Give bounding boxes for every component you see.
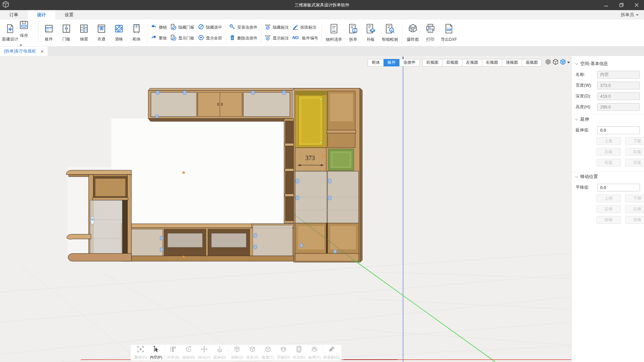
new-design-icon (5, 24, 15, 35)
print-icon (425, 23, 436, 35)
insert-cabinet-button[interactable]: 柜体 (128, 22, 145, 43)
depth-field[interactable] (597, 92, 640, 100)
move-down-button[interactable]: 下移 (625, 194, 644, 202)
insert-door-button[interactable]: 门板 (58, 22, 75, 43)
face-dimension-button[interactable]: 面面标注 (292, 24, 318, 31)
mode-connector-button[interactable]: 连接件 (399, 59, 420, 66)
insert-wine-rack-button[interactable]: 酒格 (110, 22, 128, 43)
panel-number-button[interactable]: NO. 板件编号 (292, 34, 318, 42)
document-tab[interactable]: [拆单]客厅电视柜 × (0, 47, 48, 56)
transparent-cube-icon[interactable] (560, 59, 566, 66)
title-bar: 三维家板式家具设计拆单软件 (0, 0, 644, 10)
board-thickness-tool[interactable]: 板厚(Y) (307, 345, 322, 360)
extend-value-field[interactable] (597, 126, 640, 134)
cube-style-dropdown-icon[interactable] (567, 62, 570, 63)
restore-tool[interactable]: 恢复(T) (260, 345, 276, 360)
mode-cabinet-button[interactable]: 柜体 (368, 59, 384, 66)
section-move[interactable]: 移动位置 (576, 174, 640, 180)
show-doors-button[interactable]: 显示门板 (170, 34, 194, 42)
wireframe-cube-icon[interactable] (552, 59, 559, 66)
highlight-green-cell (328, 149, 354, 171)
export-dxf-button[interactable]: DXF 导出DXF (439, 22, 459, 44)
panel-icon (44, 24, 54, 35)
chamfer-tool[interactable]: 倒角(J) (229, 345, 245, 360)
front-view-button[interactable]: 前视图 (422, 59, 442, 66)
svg-text:NO.: NO. (292, 35, 300, 40)
move-front-button[interactable]: 前移 (596, 216, 621, 224)
hide-selected-button[interactable]: 隐藏选中 (198, 24, 222, 31)
show-all-icon (198, 34, 204, 42)
patch-board-button[interactable]: 补板 (362, 22, 379, 44)
redo-button[interactable]: 重做 (151, 34, 167, 42)
extend-tool[interactable]: 延伸(D) (212, 345, 227, 360)
install-connector-button[interactable]: 安装连接件 (229, 24, 257, 31)
right-view-button[interactable]: 右视图 (482, 59, 502, 66)
insert-drawer-button[interactable]: 抽屉 (75, 22, 93, 43)
save-dropdown-icon[interactable] (20, 44, 22, 46)
smart-check-button[interactable]: 智能检测 (379, 22, 400, 44)
align-tool[interactable]: 对齐(A) (165, 345, 181, 360)
furniture-model[interactable]: 373 (64, 86, 364, 265)
move-back-button[interactable]: 后移 (625, 216, 644, 224)
extend-down-button[interactable]: 下延 (625, 137, 644, 145)
focus-tool[interactable]: 聚焦(F) (133, 345, 148, 360)
explode-view-button[interactable]: 爆炸图 (404, 22, 422, 44)
edge-band-tool[interactable]: 封边(K) (291, 345, 307, 360)
left-view-button[interactable]: 左视图 (462, 59, 482, 66)
tab-settings[interactable]: 设置 (55, 10, 83, 20)
notch-icon (279, 345, 287, 355)
split-order-button[interactable]: 拆单 (344, 22, 362, 44)
extend-back-button[interactable]: 后延 (625, 159, 644, 167)
back-view-button[interactable]: 后视图 (442, 59, 462, 66)
height-field[interactable] (597, 103, 640, 111)
hide-doors-button[interactable]: 隐藏门板 (170, 24, 194, 31)
name-field[interactable] (597, 71, 640, 79)
restore-cube-icon (264, 345, 272, 355)
tab-close-icon[interactable]: × (40, 49, 43, 54)
delete-connector-button[interactable]: 删除连接件 (229, 34, 257, 42)
rotate-tool[interactable]: 旋转(R) (181, 345, 196, 360)
chevron-down-icon (575, 117, 578, 120)
undo-button[interactable]: 撤销 (151, 24, 167, 31)
material-list-button[interactable]: 物料清单 (324, 22, 344, 44)
width-field[interactable] (597, 82, 640, 89)
mode-panel-button[interactable]: 板件 (384, 59, 400, 66)
top-view-button[interactable]: 顶视图 (502, 59, 522, 66)
svg-text:373: 373 (305, 154, 315, 161)
undo-icon (151, 24, 157, 31)
rotate-icon (185, 345, 193, 355)
extend-up-button[interactable]: 上延 (596, 137, 621, 145)
notch-tool[interactable]: 开缺(O) (276, 345, 291, 360)
extend-left-button[interactable]: 左延 (596, 148, 621, 156)
menu-bar: 订单 设计 设置 拆单员 (0, 10, 644, 20)
insert-panel-button[interactable]: 板件 (40, 22, 58, 43)
hide-dimension-button[interactable]: 隐藏标注 (265, 24, 289, 31)
depth-label: 深度(D): (576, 93, 597, 99)
brush-icon (328, 345, 336, 355)
solid-cube-icon[interactable] (545, 59, 551, 66)
move-right-button[interactable]: 右移 (625, 205, 644, 213)
bottom-view-button[interactable]: 底视图 (522, 59, 542, 66)
move-up-button[interactable]: 上移 (596, 194, 621, 202)
move-value-label: 平移值: (576, 185, 597, 190)
user-role-dropdown[interactable]: 拆单员 (621, 10, 644, 20)
print-button[interactable]: 打印 (422, 22, 439, 44)
move-tool[interactable]: 移动(V) (196, 345, 212, 360)
insert-rail-button[interactable]: 衣通 (93, 22, 110, 43)
show-door-icon (170, 34, 177, 42)
show-all-button[interactable]: 显示全部 (198, 34, 222, 42)
section-space-info[interactable]: 空间-基本信息 (576, 61, 640, 67)
view-toolbar: 柜体 板件 连接件 前视图 后视图 左视图 右视图 顶视图 底视图 (368, 59, 570, 66)
move-left-button[interactable]: 左移 (596, 205, 621, 213)
extend-right-button[interactable]: 右延 (625, 148, 644, 156)
new-design-button[interactable]: 新建设计 (1, 22, 19, 43)
shape-tool[interactable]: 造形(X) (245, 345, 260, 360)
save-button[interactable]: 保存 (19, 19, 36, 48)
3d-viewport[interactable]: 373 柜体 板件 连接件 (0, 56, 571, 362)
show-dimension-button[interactable]: 显示标注 (265, 34, 289, 42)
extend-front-button[interactable]: 前延 (596, 159, 621, 167)
material-brush-tool[interactable]: 材质刷(G) (324, 345, 339, 360)
move-value-field[interactable] (597, 184, 640, 191)
section-extend[interactable]: 延伸 (576, 116, 640, 122)
inner-space-tool[interactable]: 内空(P) (148, 345, 164, 360)
